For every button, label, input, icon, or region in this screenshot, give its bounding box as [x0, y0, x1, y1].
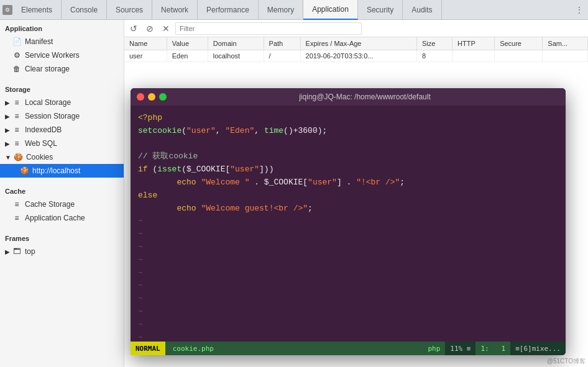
arrow-icon: ▶ — [5, 99, 10, 106]
terminal-body: <?php setcookie("user", "Eden", time()+3… — [131, 106, 566, 342]
tab-audits[interactable]: Audits — [403, 0, 441, 20]
code-line: setcookie("user", "Eden", time()+3600); — [138, 125, 558, 138]
terminal-window: jiqing@JQ-Mac: /home/wwwroot/default <?p… — [131, 88, 566, 355]
col-sam: Sam... — [543, 37, 588, 50]
localhost-cookie-icon: 🍪 — [20, 166, 29, 175]
sidebar-item-local-storage[interactable]: ▶ ≡ Local Storage — [0, 96, 124, 109]
sidebar-item-web-sql[interactable]: ▶ ≡ Web SQL — [0, 137, 124, 150]
col-name: Name — [124, 37, 167, 50]
sidebar-item-service-workers[interactable]: ⚙ Service Workers — [0, 48, 124, 62]
code-line: ~ — [138, 215, 558, 228]
sidebar-item-label: IndexedDB — [25, 125, 62, 134]
terminal-maximize-button[interactable] — [159, 93, 167, 101]
code-line: ~ — [138, 279, 558, 292]
sidebar-item-application-cache[interactable]: ≡ Application Cache — [0, 211, 124, 225]
sidebar-item-label: http://localhost — [32, 166, 80, 175]
sidebar-item-label: Service Workers — [25, 51, 80, 60]
col-domain: Domain — [208, 37, 264, 50]
code-line: ~ — [138, 306, 558, 319]
frame-icon: 🗔 — [12, 247, 21, 256]
status-position: 1: 1 — [475, 342, 510, 355]
code-line: if (isset($_COOKIE["user"])) — [138, 163, 558, 176]
devtools-icon: ⚙ — [2, 5, 12, 15]
filter-input[interactable] — [175, 22, 362, 35]
col-value: Value — [167, 37, 208, 50]
indexeddb-icon: ≡ — [12, 125, 21, 134]
cookies-icon: 🍪 — [14, 153, 22, 161]
manifest-icon: 📄 — [12, 37, 21, 46]
tab-performance[interactable]: Performance — [198, 0, 259, 20]
code-line: else — [138, 189, 558, 202]
cell-size: 8 — [416, 50, 452, 62]
sidebar-item-clear-storage[interactable]: 🗑 Clear storage — [0, 62, 124, 76]
status-filetype: php — [423, 342, 445, 355]
sidebar-item-session-storage[interactable]: ▶ ≡ Session Storage — [0, 109, 124, 123]
sidebar-item-label: Cookies — [26, 153, 53, 161]
sidebar-item-cache-storage[interactable]: ≡ Cache Storage — [0, 197, 124, 211]
terminal-minimize-button[interactable] — [148, 93, 155, 101]
sidebar: Application 📄 Manifest ⚙ Service Workers… — [0, 20, 124, 367]
tab-memory[interactable]: Memory — [259, 0, 303, 20]
sidebar-section-frames: Frames — [0, 230, 124, 245]
col-http: HTTP — [452, 37, 495, 50]
tab-security[interactable]: Security — [358, 0, 403, 20]
cookies-table: Name Value Domain Path Expires / Max-Age… — [124, 37, 588, 62]
sidebar-section-cache: Cache — [0, 183, 124, 197]
tab-console[interactable]: Console — [62, 0, 107, 20]
col-expires: Expires / Max-Age — [300, 37, 416, 50]
watermark: @51CTO博客 — [547, 357, 586, 366]
sidebar-item-cookies[interactable]: ▼ 🍪 Cookies — [0, 150, 124, 164]
tab-network[interactable]: Network — [152, 0, 198, 20]
tab-sources[interactable]: Sources — [107, 0, 152, 20]
sidebar-item-label: Clear storage — [25, 65, 70, 73]
sidebar-item-frames-top[interactable]: ▶ 🗔 top — [0, 245, 124, 258]
col-path: Path — [264, 37, 300, 50]
cell-http — [452, 50, 495, 62]
status-mode: NORMAL — [131, 342, 165, 355]
web-sql-icon: ≡ — [12, 139, 21, 148]
refresh-button[interactable]: ↺ — [127, 22, 140, 35]
table-row[interactable]: user Eden localhost / 2019-06-20T03:53:0… — [124, 50, 588, 62]
sidebar-item-localhost[interactable]: 🍪 http://localhost — [0, 164, 124, 178]
terminal-title: jiqing@JQ-Mac: /home/wwwroot/default — [170, 93, 559, 101]
application-cache-icon: ≡ — [12, 214, 21, 222]
code-line: ~ — [138, 332, 558, 342]
sidebar-item-label: Local Storage — [25, 98, 71, 107]
cell-name: user — [124, 50, 167, 62]
code-line: ~ — [138, 241, 558, 254]
terminal-titlebar: jiqing@JQ-Mac: /home/wwwroot/default — [131, 88, 566, 106]
col-size: Size — [416, 37, 452, 50]
tab-bar: ⚙ Elements Console Sources Network Perfo… — [0, 0, 588, 20]
clear-storage-icon: 🗑 — [12, 65, 21, 73]
sidebar-item-label: Cache Storage — [25, 200, 75, 209]
tab-more-button[interactable]: ⋮ — [571, 0, 588, 20]
code-line: echo "Welcome guest!<br />"; — [138, 202, 558, 215]
cell-path: / — [264, 50, 300, 62]
tab-elements[interactable]: Elements — [12, 0, 62, 20]
sidebar-item-manifest[interactable]: 📄 Manifest — [0, 35, 124, 48]
arrow-icon: ▶ — [5, 140, 10, 147]
code-line: ~ — [138, 254, 558, 267]
cell-domain: localhost — [208, 50, 264, 62]
tab-application[interactable]: Application — [303, 0, 358, 20]
arrow-icon: ▶ — [5, 248, 10, 255]
status-mid — [221, 342, 423, 355]
code-line: echo "Welcome " . $_COOKIE["user"] . "!<… — [138, 176, 558, 189]
sidebar-item-label: Manifest — [25, 37, 53, 46]
sidebar-item-label: Application Cache — [25, 214, 85, 222]
sidebar-item-indexeddb[interactable]: ▶ ≡ IndexedDB — [0, 123, 124, 137]
status-percent: 11% ≡ — [445, 342, 475, 355]
stop-button[interactable]: ⊘ — [143, 22, 157, 35]
code-line: ~ — [138, 228, 558, 241]
terminal-close-button[interactable] — [137, 93, 144, 101]
arrow-icon: ▼ — [5, 154, 11, 161]
code-line: <?php — [138, 112, 558, 125]
session-storage-icon: ≡ — [12, 112, 21, 120]
arrow-icon: ▶ — [5, 127, 10, 134]
clear-button[interactable]: ✕ — [159, 22, 173, 35]
cell-expires: 2019-06-20T03:53:0... — [300, 50, 416, 62]
status-extra: ≡[6]mixe... — [510, 342, 566, 355]
terminal-statusbar: NORMAL cookie.php php 11% ≡ 1: 1 ≡[6]mix… — [131, 342, 566, 355]
arrow-icon: ▶ — [5, 113, 10, 120]
cell-sam — [543, 50, 588, 62]
